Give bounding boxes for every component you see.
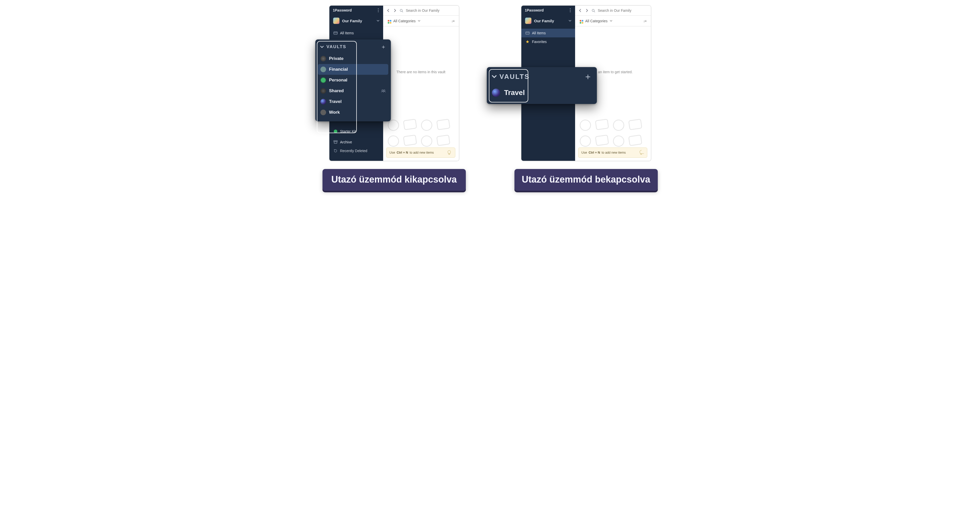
vault-item-work[interactable]: Work xyxy=(318,107,388,118)
filter-bar: All Categories ↓≡ xyxy=(575,16,651,26)
vault-name: Personal xyxy=(329,78,348,83)
filter-bar: All Categories ↓≡ xyxy=(383,16,459,26)
vault-item-financial[interactable]: Financial xyxy=(318,64,388,75)
sidebar-item-label: Favorites xyxy=(532,40,547,44)
vault-icon xyxy=(320,67,326,72)
tip-shortcut: Ctrl + N xyxy=(397,151,408,155)
categories-icon xyxy=(388,18,391,24)
chevron-down-icon xyxy=(377,19,380,22)
search-field[interactable] xyxy=(399,8,456,13)
more-menu-icon[interactable] xyxy=(377,8,380,12)
svg-rect-3 xyxy=(334,32,337,34)
filter-label: All Categories xyxy=(393,19,416,23)
sidebar-item-starter-kit[interactable]: Starter Kit xyxy=(329,127,383,136)
main-pane: All Categories ↓≡ There are no items in … xyxy=(383,6,459,161)
account-switcher[interactable]: Our Family xyxy=(329,15,383,27)
tip-text-post: to add new items xyxy=(410,151,434,155)
nav-forward-button[interactable] xyxy=(393,8,397,13)
vault-item-private[interactable]: Private xyxy=(318,53,388,64)
sidebar-item-label: All Items xyxy=(340,31,354,35)
vaults-popout: VAULTS ＋ Private Financial Personal Shar… xyxy=(315,40,391,121)
search-icon xyxy=(399,9,403,13)
app-window-right: 1Password Our Family All Items xyxy=(521,5,651,161)
search-input[interactable] xyxy=(406,8,456,13)
caption-right: Utazó üzemmód bekapcsolva xyxy=(514,169,658,191)
svg-line-8 xyxy=(402,11,403,12)
svg-point-7 xyxy=(400,9,402,11)
search-field[interactable] xyxy=(592,8,648,13)
panel-travel-mode-on: 1Password Our Family All Items xyxy=(504,5,668,191)
tip-text-pre: Use xyxy=(390,151,395,155)
app-window-left: 1Password Our Family All Items xyxy=(329,5,460,161)
sidebar-item-all-items[interactable]: All Items xyxy=(521,29,575,37)
nav-forward-button[interactable] xyxy=(585,8,589,13)
vault-item-shared[interactable]: Shared xyxy=(318,86,388,96)
svg-rect-6 xyxy=(334,142,337,144)
app-brand: 1Password xyxy=(333,8,352,12)
vault-icon xyxy=(320,88,326,94)
search-input[interactable] xyxy=(597,8,648,13)
new-item-tip: Use Ctrl + N to add new items xyxy=(386,147,455,158)
more-menu-icon[interactable] xyxy=(568,8,572,12)
account-avatar xyxy=(333,18,340,24)
vault-icon xyxy=(320,77,326,83)
vault-name: Financial xyxy=(329,67,348,72)
category-filter[interactable]: All Categories xyxy=(580,18,612,24)
toolbar xyxy=(383,6,459,16)
all-items-icon xyxy=(334,31,337,35)
chevron-down-icon[interactable] xyxy=(320,45,324,49)
history-icon xyxy=(334,149,337,153)
vault-name: Shared xyxy=(329,88,344,94)
vault-item-travel[interactable]: Travel xyxy=(489,85,594,100)
filter-label: All Categories xyxy=(585,19,608,23)
lightbulb-icon xyxy=(638,150,644,155)
vault-icon xyxy=(320,110,326,115)
archive-icon xyxy=(334,140,337,144)
chevron-down-icon[interactable] xyxy=(492,74,497,80)
svg-point-9 xyxy=(382,90,383,91)
chevron-down-icon xyxy=(418,19,420,22)
panel-travel-mode-off: 1Password Our Family All Items xyxy=(312,5,476,191)
sidebar-item-label: Starter Kit xyxy=(340,129,356,133)
account-switcher[interactable]: Our Family xyxy=(521,15,575,27)
shared-indicator-icon xyxy=(381,89,386,93)
sidebar-item-label: All Items xyxy=(532,31,546,35)
sidebar-item-label: Archive xyxy=(340,140,352,144)
vault-item-personal[interactable]: Personal xyxy=(318,75,388,86)
vault-name: Travel xyxy=(329,99,342,104)
vault-name: Private xyxy=(329,56,344,61)
svg-point-10 xyxy=(383,90,385,91)
account-avatar xyxy=(525,18,531,24)
vault-name: Work xyxy=(329,110,340,115)
tip-shortcut: Ctrl + N xyxy=(589,151,600,155)
sort-button[interactable]: ↓≡ xyxy=(643,19,646,23)
svg-point-1 xyxy=(378,10,379,11)
sidebar-item-label: Recently Deleted xyxy=(340,149,368,153)
nav-back-button[interactable] xyxy=(386,8,390,13)
background-illustration xyxy=(383,108,459,147)
app-brand: 1Password xyxy=(525,8,544,12)
add-vault-button[interactable]: ＋ xyxy=(380,43,386,51)
toolbar xyxy=(575,6,651,16)
vault-icon xyxy=(492,89,500,97)
sidebar-item-recently-deleted[interactable]: Recently Deleted xyxy=(329,147,383,155)
starter-kit-icon xyxy=(334,129,337,133)
svg-point-0 xyxy=(378,8,379,9)
nav-back-button[interactable] xyxy=(578,8,582,13)
svg-rect-14 xyxy=(526,32,529,34)
add-vault-button[interactable]: ＋ xyxy=(584,71,592,83)
vault-icon xyxy=(320,99,326,104)
background-illustration xyxy=(575,108,651,147)
svg-point-13 xyxy=(570,11,571,12)
vault-icon xyxy=(320,56,326,61)
sort-button[interactable]: ↓≡ xyxy=(451,19,454,23)
account-name: Our Family xyxy=(534,19,566,23)
sidebar-item-favorites[interactable]: Favorites xyxy=(521,37,575,46)
tip-text-pre: Use xyxy=(582,151,587,155)
sidebar-item-all-items[interactable]: All Items xyxy=(329,29,383,37)
category-filter[interactable]: All Categories xyxy=(388,18,420,24)
vault-item-travel[interactable]: Travel xyxy=(318,96,388,107)
sidebar-item-archive[interactable]: Archive xyxy=(329,138,383,147)
tip-text-post: to add new items xyxy=(602,151,626,155)
search-icon xyxy=(592,9,595,13)
